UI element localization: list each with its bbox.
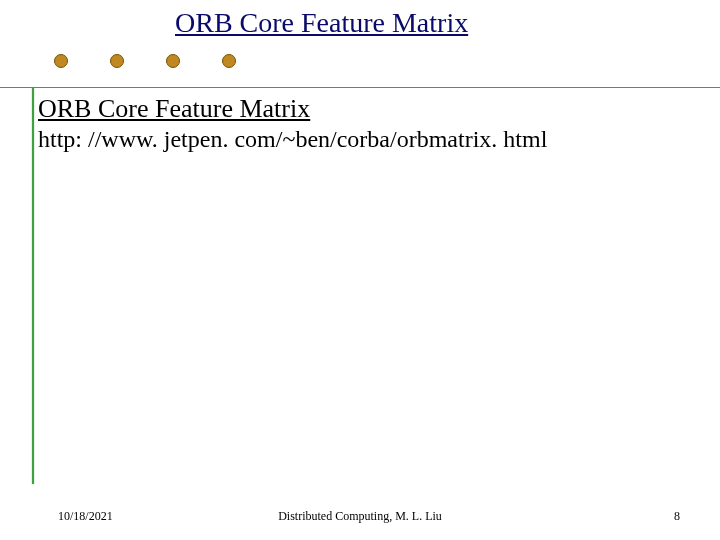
vertical-rule bbox=[32, 88, 34, 484]
section-heading: ORB Core Feature Matrix bbox=[38, 94, 310, 124]
footer-center: Distributed Computing, M. L. Liu bbox=[278, 509, 442, 524]
horizontal-rule bbox=[0, 87, 720, 88]
slide-title: ORB Core Feature Matrix bbox=[175, 7, 468, 39]
bullet-icon bbox=[110, 54, 124, 68]
bullet-icon bbox=[54, 54, 68, 68]
footer-page-number: 8 bbox=[674, 509, 680, 524]
footer-date: 10/18/2021 bbox=[58, 509, 113, 524]
bullet-icon bbox=[166, 54, 180, 68]
url-text: http: //www. jetpen. com/~ben/corba/orbm… bbox=[38, 126, 547, 153]
bullet-icon bbox=[222, 54, 236, 68]
bullet-row bbox=[54, 54, 236, 68]
slide: ORB Core Feature Matrix ORB Core Feature… bbox=[0, 0, 720, 540]
footer: 10/18/2021 Distributed Computing, M. L. … bbox=[0, 509, 720, 524]
